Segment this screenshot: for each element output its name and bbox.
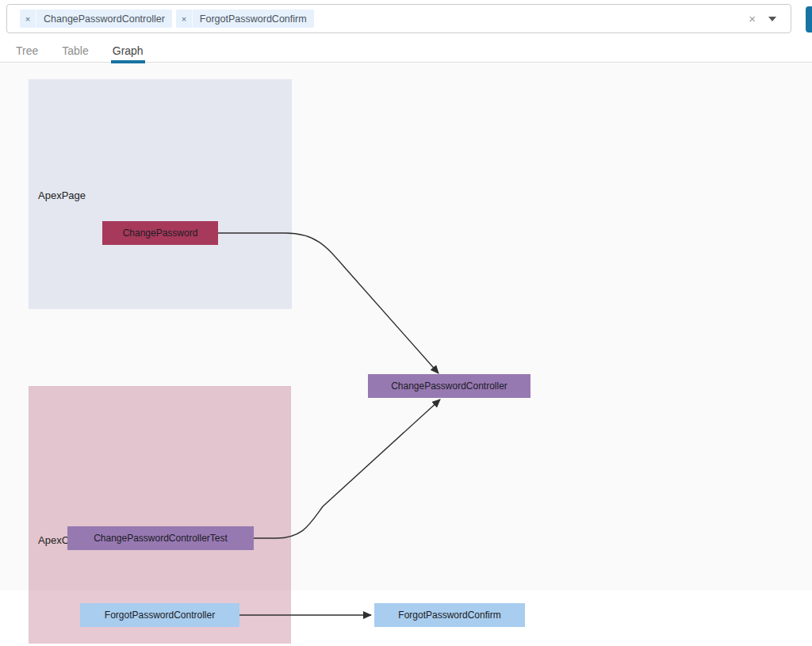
node-changepassword[interactable]: ChangePassword (102, 221, 218, 245)
node-changepasswordcontrollertest[interactable]: ChangePasswordControllerTest (67, 526, 254, 550)
node-forgotpasswordconfirm[interactable]: ForgotPasswordConfirm (374, 603, 525, 627)
selected-tag-label: ForgotPasswordConfirm (193, 10, 314, 28)
cluster-apexpage: ApexPage (29, 79, 292, 309)
cluster-label: ApexPage (38, 189, 86, 201)
select-controls: × (749, 13, 776, 25)
selected-tag-label: ChangePasswordController (36, 10, 172, 28)
filter-bar: × ChangePasswordController × ForgotPassw… (0, 0, 812, 38)
clear-selection-icon[interactable]: × (749, 13, 756, 25)
dropdown-caret-icon[interactable] (768, 17, 776, 21)
view-tabs: Tree Table Graph (0, 43, 812, 63)
remove-tag-icon[interactable]: × (176, 10, 193, 28)
node-changepasswordcontroller[interactable]: ChangePasswordController (368, 374, 530, 398)
selected-tags: × ChangePasswordController × ForgotPassw… (20, 10, 749, 28)
remove-tag-icon[interactable]: × (20, 10, 36, 28)
action-button[interactable] (806, 6, 812, 32)
tab-tree[interactable]: Tree (14, 43, 40, 62)
selected-tag: × ForgotPasswordConfirm (176, 10, 314, 28)
node-forgotpasswordcontroller[interactable]: ForgotPasswordController (80, 603, 239, 627)
selected-tag: × ChangePasswordController (20, 10, 172, 28)
metadata-multiselect[interactable]: × ChangePasswordController × ForgotPassw… (6, 4, 791, 33)
tab-graph[interactable]: Graph (111, 43, 145, 63)
tab-table[interactable]: Table (60, 43, 90, 62)
dependency-explorer-app: × ChangePasswordController × ForgotPassw… (0, 0, 812, 646)
